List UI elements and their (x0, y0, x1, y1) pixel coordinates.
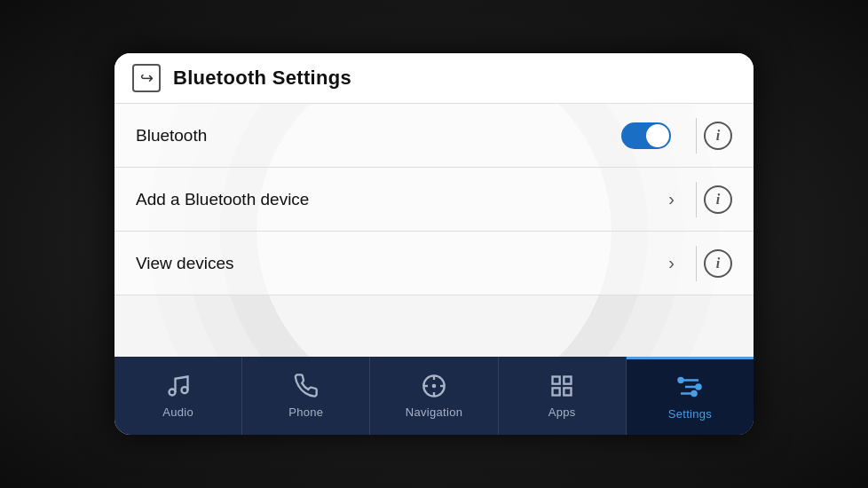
back-icon: ↩ (140, 68, 154, 88)
svg-rect-9 (564, 376, 572, 383)
nav-item-settings[interactable]: Settings (627, 357, 754, 435)
svg-point-3 (433, 384, 435, 386)
audio-label: Audio (162, 405, 193, 419)
page-title: Bluetooth Settings (173, 67, 351, 90)
apps-label: Apps (548, 405, 576, 419)
svg-point-1 (181, 387, 187, 393)
menu-list: Bluetooth i Add a Bluetooth device › (114, 104, 754, 295)
add-device-label: Add a Bluetooth device (136, 190, 668, 209)
divider (696, 246, 697, 281)
nav-item-audio[interactable]: Audio (114, 357, 242, 435)
svg-point-16 (697, 385, 701, 390)
svg-rect-11 (553, 388, 560, 395)
nav-item-phone[interactable]: Phone (242, 357, 370, 435)
bluetooth-toggle[interactable] (621, 122, 671, 149)
settings-icon (676, 374, 703, 404)
content-area: Bluetooth i Add a Bluetooth device › (114, 104, 754, 357)
phone-icon (294, 374, 319, 402)
phone-label: Phone (288, 405, 323, 419)
settings-label: Settings (668, 407, 712, 421)
screen-header: ↩ Bluetooth Settings (114, 53, 754, 104)
chevron-icon: › (668, 189, 675, 209)
divider (696, 182, 697, 217)
view-devices-info-button[interactable]: i (704, 249, 732, 278)
svg-point-15 (679, 378, 683, 382)
bluetooth-toggle-container[interactable] (621, 122, 671, 149)
bluetooth-menu-item[interactable]: Bluetooth i (114, 104, 754, 168)
navigation-icon (422, 374, 446, 402)
screen-inner: ↩ Bluetooth Settings Bluetooth (114, 53, 754, 435)
svg-rect-10 (564, 388, 572, 395)
view-devices-menu-item[interactable]: View devices › i (114, 232, 754, 295)
back-button[interactable]: ↩ (132, 64, 161, 92)
nav-item-apps[interactable]: Apps (499, 357, 627, 435)
chevron-icon: › (668, 253, 675, 273)
infotainment-screen: ↩ Bluetooth Settings Bluetooth (114, 53, 754, 435)
svg-rect-8 (553, 376, 560, 383)
svg-point-17 (692, 391, 697, 396)
nav-item-navigation[interactable]: Navigation (370, 357, 498, 435)
add-device-info-button[interactable]: i (704, 185, 732, 214)
apps-icon (549, 374, 574, 402)
add-device-menu-item[interactable]: Add a Bluetooth device › i (114, 168, 754, 232)
bottom-navigation: Audio Phone (114, 357, 754, 435)
navigation-label: Navigation (406, 405, 462, 419)
audio-icon (166, 374, 191, 402)
dashboard-background: ↩ Bluetooth Settings Bluetooth (0, 0, 868, 488)
bluetooth-label: Bluetooth (136, 126, 621, 146)
svg-point-0 (169, 389, 175, 395)
view-devices-label: View devices (136, 254, 668, 273)
bluetooth-info-button[interactable]: i (704, 122, 732, 150)
divider (696, 118, 697, 153)
toggle-knob (646, 124, 669, 147)
